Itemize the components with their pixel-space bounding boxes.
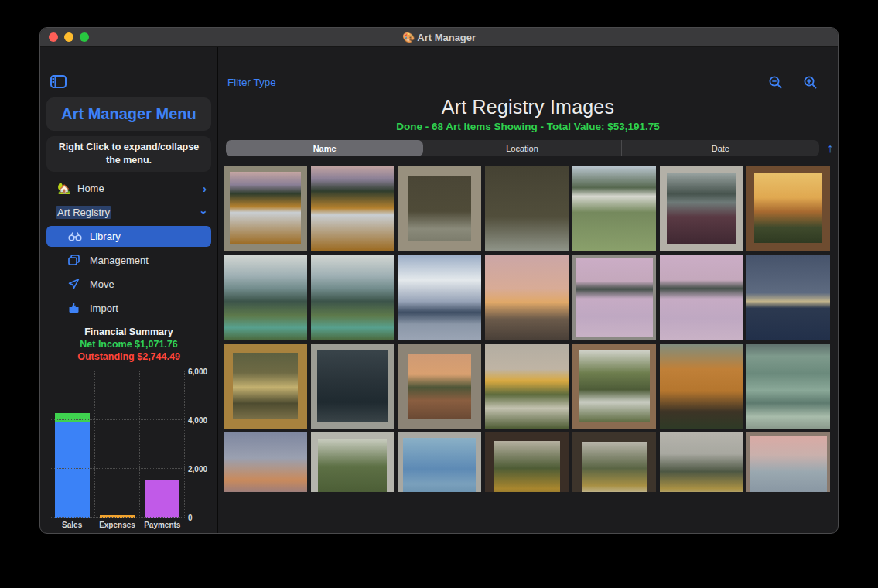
painting-image xyxy=(485,344,569,429)
painting-image xyxy=(311,166,395,251)
sort-segment-date[interactable]: Date xyxy=(621,140,819,156)
sort-segment-location[interactable]: Location xyxy=(423,140,620,156)
paper-plane-icon xyxy=(68,279,85,289)
net-income-value: Net Income $1,071.76 xyxy=(46,339,211,350)
financial-summary: Financial Summary Net Income $1,071.76 O… xyxy=(46,326,211,362)
sidebar-item-label: Library xyxy=(90,231,121,242)
app-window: 🎨 Art Manager Art Manager Menu Right Cli… xyxy=(39,27,839,534)
financial-chart: 02,0004,0006,000 SalesExpensesPayments S… xyxy=(50,371,210,534)
art-thumbnail[interactable] xyxy=(485,432,569,492)
painting-image xyxy=(317,350,388,422)
art-thumbnail[interactable] xyxy=(660,344,743,429)
art-image-grid xyxy=(224,166,830,492)
zoom-in-icon[interactable] xyxy=(803,75,818,90)
sidebar-item-home[interactable]: 🏡 Home › xyxy=(46,178,211,199)
title-bar[interactable]: 🎨 Art Manager xyxy=(40,28,838,47)
art-thumbnail[interactable] xyxy=(311,166,395,251)
outstanding-value: Outstanding $2,744.49 xyxy=(46,351,211,362)
painting-image xyxy=(408,176,471,241)
art-thumbnail[interactable] xyxy=(224,166,307,251)
art-thumbnail[interactable] xyxy=(746,432,830,492)
sidebar-item-management[interactable]: Management xyxy=(46,250,211,271)
bar-segment-sales xyxy=(55,422,90,518)
painting-image xyxy=(746,255,830,340)
art-thumbnail[interactable] xyxy=(572,255,656,340)
art-thumbnail[interactable] xyxy=(485,255,569,340)
legend-item-payments: Payments xyxy=(176,533,220,534)
binoculars-icon xyxy=(68,231,85,241)
bar-segment-tax xyxy=(55,413,90,422)
status-line: Done - 68 Art Items Showing - Total Valu… xyxy=(218,121,838,132)
art-thumbnail[interactable] xyxy=(398,432,481,492)
art-thumbnail[interactable] xyxy=(311,344,395,429)
art-thumbnail[interactable] xyxy=(398,344,481,429)
sidebar: Art Manager Menu Right Click to expand/c… xyxy=(40,47,218,533)
legend-item-expenses: Expenses xyxy=(123,533,166,534)
chart-plot-area: 02,0004,0006,000 xyxy=(50,371,185,518)
chart-y-tick: 6,000 xyxy=(188,367,211,375)
art-thumbnail[interactable] xyxy=(311,255,395,340)
art-thumbnail[interactable] xyxy=(746,344,830,429)
art-thumbnail[interactable] xyxy=(660,432,743,492)
sort-controls: Name Location Date ↑ xyxy=(226,140,833,156)
painting-image xyxy=(318,439,388,492)
sidebar-item-library[interactable]: Library xyxy=(46,226,211,247)
chart-x-label: Sales xyxy=(50,518,94,529)
chart-y-tick: 0 xyxy=(188,513,211,521)
art-thumbnail[interactable] xyxy=(746,255,830,340)
chart-x-labels: SalesExpensesPayments xyxy=(50,518,185,529)
chart-x-label: Expenses xyxy=(94,518,139,529)
filter-type-button[interactable]: Filter Type xyxy=(227,77,276,88)
painting-image xyxy=(230,172,301,244)
sidebar-item-art-registry[interactable]: Art Registry › xyxy=(46,202,211,223)
art-thumbnail[interactable] xyxy=(398,255,481,340)
art-thumbnail[interactable] xyxy=(746,166,830,251)
sort-segment-name[interactable]: Name xyxy=(226,140,423,156)
painting-image xyxy=(485,255,569,340)
art-thumbnail[interactable] xyxy=(398,166,481,251)
painting-image xyxy=(233,353,298,419)
chart-y-tick: 2,000 xyxy=(188,464,211,473)
sidebar-toggle-icon[interactable] xyxy=(50,75,67,88)
painting-image xyxy=(660,255,743,340)
painting-image xyxy=(660,432,743,492)
art-thumbnail[interactable] xyxy=(224,255,307,340)
painting-image xyxy=(754,173,822,243)
import-tray-icon xyxy=(68,303,85,313)
window-title: 🎨 Art Manager xyxy=(40,32,838,43)
sidebar-menu-hint: Right Click to expand/collapse the menu. xyxy=(46,136,211,172)
chart-y-tick: 4,000 xyxy=(188,415,211,424)
art-thumbnail[interactable] xyxy=(485,344,569,429)
art-thumbnail[interactable] xyxy=(660,255,743,340)
painting-image xyxy=(398,255,481,340)
sidebar-item-move[interactable]: Move xyxy=(46,274,211,295)
painting-image xyxy=(311,255,395,340)
sidebar-menu-title: Art Manager Menu xyxy=(46,97,211,131)
chart-bar-sales xyxy=(50,371,94,518)
art-thumbnail[interactable] xyxy=(311,432,395,492)
sidebar-item-label: Import xyxy=(90,303,118,314)
sidebar-item-label: Art Registry xyxy=(56,206,111,219)
painting-image xyxy=(224,432,307,492)
sort-direction-up-arrow-icon[interactable]: ↑ xyxy=(827,142,833,155)
art-thumbnail[interactable] xyxy=(572,344,656,429)
art-thumbnail[interactable] xyxy=(572,432,656,492)
art-thumbnail[interactable] xyxy=(572,166,656,251)
legend-item-sales: Sales xyxy=(54,533,83,534)
art-thumbnail[interactable] xyxy=(485,166,569,251)
painting-image xyxy=(660,344,743,429)
art-thumbnail[interactable] xyxy=(660,166,743,251)
painting-image xyxy=(667,173,736,244)
chevron-down-icon: › xyxy=(199,210,210,214)
chart-bar-expenses xyxy=(94,371,139,518)
sidebar-item-label: Move xyxy=(90,279,114,290)
home-icon: 🏡 xyxy=(56,182,73,194)
sidebar-item-import[interactable]: Import xyxy=(46,298,211,319)
zoom-out-icon[interactable] xyxy=(768,75,783,90)
art-thumbnail[interactable] xyxy=(224,344,307,429)
chevron-right-icon: › xyxy=(203,183,207,194)
art-thumbnail[interactable] xyxy=(224,432,307,492)
financial-summary-title: Financial Summary xyxy=(46,326,211,337)
painting-image xyxy=(576,258,653,337)
painting-image xyxy=(494,441,560,492)
